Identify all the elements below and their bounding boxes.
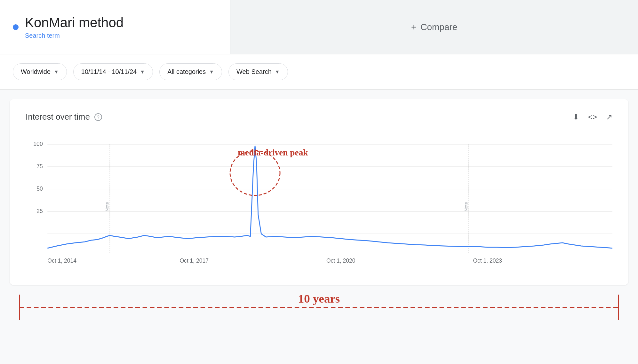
top-bar: KonMari method Search term + Compare (0, 0, 638, 54)
ten-years-label: 10 years (298, 292, 340, 305)
search-term-card: KonMari method Search term (0, 0, 230, 54)
date-range-label: 10/11/14 - 10/11/24 (81, 68, 137, 75)
chart-title-row: Interest over time ? (26, 112, 102, 122)
location-chevron-icon: ▼ (54, 69, 59, 75)
ten-years-svg: 10 years (10, 288, 628, 327)
chart-header: Interest over time ? ⬇ <> ↗ (26, 112, 612, 122)
embed-icon[interactable]: <> (588, 113, 597, 122)
chart-section: Interest over time ? ⬇ <> ↗ 100 75 50 25… (10, 99, 628, 285)
category-filter[interactable]: All categories ▼ (159, 63, 222, 80)
svg-text:Oct 1, 2014: Oct 1, 2014 (47, 257, 76, 264)
search-type-filter[interactable]: Web Search ▼ (228, 63, 288, 80)
share-icon[interactable]: ↗ (606, 113, 612, 122)
svg-text:25: 25 (36, 208, 43, 214)
svg-text:Oct 1, 2023: Oct 1, 2023 (473, 257, 502, 264)
category-chevron-icon: ▼ (209, 69, 214, 75)
chart-actions: ⬇ <> ↗ (573, 113, 612, 122)
search-term-subtitle: Search term (25, 32, 124, 39)
compare-label: Compare (420, 22, 457, 32)
date-range-filter[interactable]: 10/11/14 - 10/11/24 ▼ (73, 63, 153, 80)
svg-text:50: 50 (36, 186, 43, 192)
search-term-title: KonMari method (25, 15, 124, 31)
svg-text:Note: Note (464, 202, 469, 211)
svg-text:Note: Note (105, 202, 110, 211)
svg-text:Oct 1, 2017: Oct 1, 2017 (179, 257, 209, 264)
chart-container: 100 75 50 25 Note Note Oct 1, 2014 Oct 1… (26, 135, 612, 269)
compare-card[interactable]: + Compare (230, 0, 638, 54)
chart-svg: 100 75 50 25 Note Note Oct 1, 2014 Oct 1… (26, 135, 612, 269)
svg-text:Oct 1, 2020: Oct 1, 2020 (326, 257, 355, 264)
ten-years-section: 10 years (10, 288, 628, 327)
annotation-text: media-driven peak (238, 147, 308, 157)
search-type-chevron-icon: ▼ (275, 69, 280, 75)
svg-text:75: 75 (36, 163, 43, 170)
search-term-text: KonMari method Search term (25, 15, 124, 39)
date-range-chevron-icon: ▼ (140, 69, 145, 75)
chart-title: Interest over time (26, 112, 90, 122)
svg-text:100: 100 (33, 141, 43, 147)
location-filter[interactable]: Worldwide ▼ (13, 63, 67, 80)
search-term-dot (13, 24, 19, 30)
download-icon[interactable]: ⬇ (573, 113, 579, 122)
category-label: All categories (167, 68, 206, 75)
compare-plus-icon: + (411, 22, 417, 33)
filters-bar: Worldwide ▼ 10/11/14 - 10/11/24 ▼ All ca… (0, 54, 638, 90)
location-label: Worldwide (21, 68, 51, 75)
search-type-label: Web Search (236, 68, 272, 75)
trend-line (47, 146, 612, 248)
help-icon[interactable]: ? (94, 113, 102, 121)
